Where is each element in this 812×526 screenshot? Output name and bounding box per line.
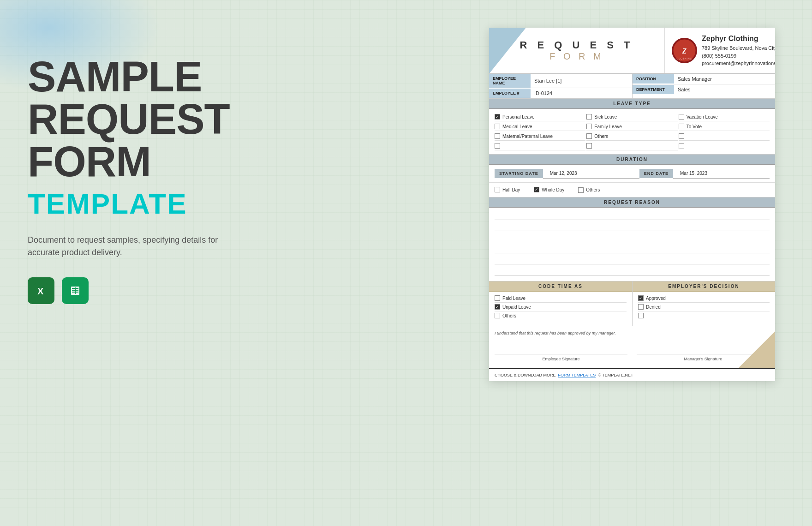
duration-section: DURATION Starting Date Mar 12, 2023 End … [489,155,775,197]
emp-id-value: ID-0124 [531,88,632,98]
beige-triangle-decoration [738,331,775,368]
leave-label-sick: Sick Leave [594,114,617,120]
duration-checkbox-others[interactable] [578,187,584,193]
leave-item-maternal: Maternal/Paternal Leave [495,132,585,141]
form-container: R E Q U E S T F O R M Z CLOTHING Zephyr … [489,28,775,381]
subtitle: TEMPLATE [28,187,314,220]
emp-id-row: EMPLOYEE # ID-0124 [489,88,632,98]
left-panel: SAMPLE REQUEST FORM TEMPLATE Document to… [28,55,314,304]
decision-approved: ✓ Approved [638,294,770,303]
decision-items: ✓ Approved Denied [633,292,775,322]
code-paid-leave: Paid Leave [495,294,627,303]
leave-label-others: Others [594,134,608,139]
leave-label-personal: Personal Leave [502,114,535,120]
decision-empty [638,311,770,320]
leave-item-vacation: Vacation Leave [679,113,770,121]
emp-name-value: Stan Lee [1] [531,76,632,86]
leave-checkbox-empty4[interactable] [679,143,684,149]
footer-link[interactable]: FORM TEMPLATES [558,373,596,377]
leave-checkbox-vote[interactable] [679,124,684,129]
starting-date-label: Starting Date [495,169,543,178]
leave-checkbox-empty1[interactable] [679,133,684,139]
form-header: R E Q U E S T F O R M Z CLOTHING Zephyr … [489,28,775,74]
code-time-section: CODE TIME AS Paid Leave ✓ Unpaid Leave O… [489,281,632,326]
employee-section: EMPLOYEE NAME Stan Lee [1] EMPLOYEE # ID… [489,74,775,99]
form-title-request: R E Q U E S T [519,39,633,51]
leave-checkbox-others[interactable] [586,133,592,139]
leave-checkbox-empty3[interactable] [586,143,592,149]
leave-checkbox-sick[interactable] [586,114,592,120]
employee-sig-label: Employee Signature [495,357,627,361]
company-name: Zephyr Clothing [702,33,775,44]
leave-checkbox-maternal[interactable] [495,133,500,139]
leave-label-medical: Medical Leave [502,124,532,129]
code-checkbox-unpaid[interactable]: ✓ [495,304,500,310]
code-label-others: Others [502,313,516,318]
code-items: Paid Leave ✓ Unpaid Leave Others [489,292,632,322]
emp-dept-row: DEPARTMENT Sales [633,84,775,95]
emp-dept-label: DEPARTMENT [633,85,674,94]
emp-position-label: POSITION [633,74,674,84]
reason-line-6 [495,265,770,275]
leave-item-sick: Sick Leave [586,113,677,121]
code-label-paid: Paid Leave [502,296,525,301]
leave-label-family: Family Leave [594,124,621,129]
decision-label-denied: Denied [646,305,661,310]
leave-label-maternal: Maternal/Paternal Leave [502,134,553,139]
svg-rect-7 [75,287,76,294]
leave-checkbox-vacation[interactable] [679,114,684,120]
request-reason-section: REQUEST REASON [489,197,775,281]
code-unpaid-leave: ✓ Unpaid Leave [495,303,627,311]
leave-item-empty1 [679,132,770,141]
duration-checkbox-halfday[interactable] [495,187,500,192]
leave-item-family: Family Leave [586,122,677,131]
leave-label-vacation: Vacation Leave [687,114,718,120]
leave-checkbox-empty2[interactable] [495,143,500,149]
leave-item-personal: ✓ Personal Leave [495,113,585,121]
decision-checkbox-empty[interactable] [638,313,644,318]
app-icons-row: X [28,277,314,304]
leave-type-grid: ✓ Personal Leave Sick Leave Vacation Lea… [489,109,775,155]
duration-label-others: Others [586,187,600,192]
svg-text:X: X [37,286,44,296]
employer-decision-header: EMPLOYER'S DECISION [633,281,775,292]
duration-checkbox-wholeday[interactable]: ✓ [534,187,539,192]
code-label-unpaid: Unpaid Leave [502,305,531,310]
reason-line-1 [495,210,770,220]
duration-header: DURATION [489,155,775,165]
reason-lines [489,208,775,281]
decision-checkbox-approved[interactable]: ✓ [638,295,644,301]
form-footer: CHOOSE & DOWNLOAD MORE FORM TEMPLATES © … [489,368,775,381]
bottom-grid: CODE TIME AS Paid Leave ✓ Unpaid Leave O… [489,281,775,326]
form-header-left: R E Q U E S T F O R M [489,28,664,73]
main-title: SAMPLE REQUEST FORM [28,55,314,183]
request-reason-header: REQUEST REASON [489,197,775,208]
duration-others: Others [578,186,600,194]
emp-name-label: EMPLOYEE NAME [489,74,531,88]
company-phone: (800) 555-0199 [702,52,775,60]
form-header-right: Z CLOTHING Zephyr Clothing 789 Skyline B… [664,28,775,73]
end-date-label: End Date [639,169,673,178]
leave-item-vote: To Vote [679,122,770,131]
employee-name-row: EMPLOYEE NAME Stan Lee [1] EMPLOYEE # ID… [489,74,632,98]
svg-text:Z: Z [682,47,687,55]
decision-checkbox-denied[interactable] [638,304,644,310]
form-title-text: R E Q U E S T F O R M [519,39,633,62]
reason-line-5 [495,254,770,264]
code-checkbox-paid[interactable] [495,295,500,301]
leave-item-empty3 [586,142,677,150]
emp-name-row: EMPLOYEE NAME Stan Lee [1] [489,74,632,88]
code-checkbox-others[interactable] [495,313,500,318]
emp-dept-value: Sales [674,84,775,95]
company-address: 789 Skyline Boulevard, Nova City [702,44,775,52]
excel-icon: X [28,277,54,304]
emp-position-row: POSITION Sales Manager [633,74,775,84]
company-info: Zephyr Clothing 789 Skyline Boulevard, N… [702,33,775,67]
reason-line-3 [495,232,770,242]
svg-text:CLOTHING: CLOTHING [677,57,693,60]
leave-checkbox-family[interactable] [586,124,592,129]
leave-checkbox-personal[interactable]: ✓ [495,114,500,120]
employee-signature-block: Employee Signature [495,341,627,361]
code-others: Others [495,311,627,320]
leave-checkbox-medical[interactable] [495,124,500,129]
